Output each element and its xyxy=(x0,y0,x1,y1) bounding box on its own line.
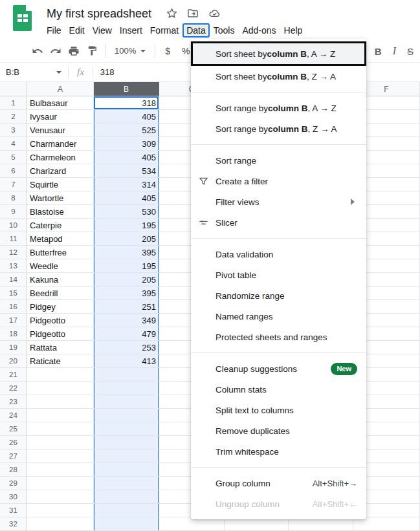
cell-A29[interactable] xyxy=(27,477,94,490)
row-header-19[interactable]: 19 xyxy=(0,341,27,354)
row-header-21[interactable]: 21 xyxy=(0,368,27,382)
cell-A3[interactable]: Venusaur xyxy=(27,124,94,137)
row-header-23[interactable]: 23 xyxy=(0,395,27,409)
cell-B11[interactable]: 205 xyxy=(94,232,159,246)
menubar-item-format[interactable]: Format xyxy=(146,23,182,38)
row-header-11[interactable]: 11 xyxy=(0,232,27,246)
cell-B25[interactable] xyxy=(94,422,159,436)
cell-A5[interactable]: Charmeleon xyxy=(27,151,94,164)
menubar-item-add-ons[interactable]: Add-ons xyxy=(238,23,280,38)
cell-A6[interactable]: Charizard xyxy=(27,164,94,178)
name-box-caret-icon[interactable] xyxy=(56,71,61,74)
cell-B22[interactable] xyxy=(94,382,159,395)
redo-button[interactable] xyxy=(47,43,65,60)
row-header-22[interactable]: 22 xyxy=(0,382,27,395)
row-header-2[interactable]: 2 xyxy=(0,110,27,124)
menu-item-filter-views[interactable]: Filter views xyxy=(191,191,366,212)
cell-B3[interactable]: 525 xyxy=(94,124,159,137)
menubar-item-insert[interactable]: Insert xyxy=(116,23,146,38)
row-header-14[interactable]: 14 xyxy=(0,273,27,287)
row-header-12[interactable]: 12 xyxy=(0,246,27,259)
cell-B6[interactable]: 534 xyxy=(94,164,159,178)
cell-B17[interactable]: 349 xyxy=(94,314,159,327)
row-header-10[interactable]: 10 xyxy=(0,219,27,232)
cell-A10[interactable]: Caterpie xyxy=(27,219,94,232)
menubar-item-data[interactable]: Data xyxy=(182,23,210,38)
cloud-check-icon[interactable] xyxy=(208,7,221,19)
menu-item-protected-sheets-and-ranges[interactable]: Protected sheets and ranges xyxy=(191,327,366,347)
cell-B26[interactable] xyxy=(94,436,159,450)
cell-B31[interactable] xyxy=(94,504,159,517)
row-header-4[interactable]: 4 xyxy=(0,137,27,151)
menu-item-column-stats[interactable]: Column stats xyxy=(191,379,366,400)
cell-B32[interactable] xyxy=(94,517,159,531)
menu-item-slicer[interactable]: Slicer xyxy=(191,212,366,233)
cell-A2[interactable]: Ivysaur xyxy=(27,110,94,124)
cell-A32[interactable] xyxy=(27,517,94,531)
menu-item-data-validation[interactable]: Data validation xyxy=(191,244,366,265)
cell-A8[interactable]: Wartortle xyxy=(27,191,94,205)
cell-A11[interactable]: Metapod xyxy=(27,232,94,246)
cell-B19[interactable]: 253 xyxy=(94,341,159,354)
cell-A14[interactable]: Kakuna xyxy=(27,273,94,287)
cell-B16[interactable]: 251 xyxy=(94,300,159,314)
cell-F32[interactable] xyxy=(353,517,420,531)
menu-item-randomize-range[interactable]: Randomize range xyxy=(191,285,366,306)
cell-B24[interactable] xyxy=(94,409,159,422)
row-header-17[interactable]: 17 xyxy=(0,314,27,327)
name-box[interactable]: B:B xyxy=(0,67,56,77)
cell-A20[interactable]: Raticate xyxy=(27,354,94,368)
menu-item-sort-range-by-column-b-z-a[interactable]: Sort range by column B, Z → A xyxy=(191,118,366,139)
column-header-B[interactable]: B xyxy=(94,82,159,96)
cell-A1[interactable]: Bulbasaur xyxy=(27,96,94,110)
menu-item-sort-range[interactable]: Sort range xyxy=(191,150,366,171)
print-button[interactable] xyxy=(65,43,83,60)
row-header-15[interactable]: 15 xyxy=(0,287,27,300)
cell-A22[interactable] xyxy=(27,382,94,395)
cell-B12[interactable]: 395 xyxy=(94,246,159,259)
cell-A15[interactable]: Beedrill xyxy=(27,287,94,300)
cell-B15[interactable]: 395 xyxy=(94,287,159,300)
row-header-16[interactable]: 16 xyxy=(0,300,27,314)
move-to-folder-icon[interactable] xyxy=(186,7,199,19)
menu-item-cleanup-suggestions[interactable]: Cleanup suggestionsNew xyxy=(191,358,366,379)
cell-A17[interactable]: Pidgeotto xyxy=(27,314,94,327)
row-header-6[interactable]: 6 xyxy=(0,164,27,178)
cell-B9[interactable]: 530 xyxy=(94,205,159,219)
row-header-26[interactable]: 26 xyxy=(0,436,27,450)
cell-A27[interactable] xyxy=(27,450,94,463)
cell-B13[interactable]: 195 xyxy=(94,259,159,273)
cell-B10[interactable]: 195 xyxy=(94,219,159,232)
sheets-logo-icon[interactable] xyxy=(13,5,32,31)
row-header-18[interactable]: 18 xyxy=(0,327,27,341)
row-header-24[interactable]: 24 xyxy=(0,409,27,422)
row-header-1[interactable]: 1 xyxy=(0,96,27,110)
row-header-28[interactable]: 28 xyxy=(0,463,27,477)
row-header-20[interactable]: 20 xyxy=(0,354,27,368)
row-header-32[interactable]: 32 xyxy=(0,517,27,531)
cell-A7[interactable]: Squirtle xyxy=(27,178,94,191)
cell-B18[interactable]: 479 xyxy=(94,327,159,341)
row-header-29[interactable]: 29 xyxy=(0,477,27,490)
menu-item-sort-sheet-by-column-b-a-z[interactable]: Sort sheet by column B, A → Z xyxy=(191,41,366,66)
menu-item-pivot-table[interactable]: Pivot table xyxy=(191,265,366,285)
menu-item-sort-range-by-column-b-a-z[interactable]: Sort range by column B, A → Z xyxy=(191,98,366,118)
menubar-item-view[interactable]: View xyxy=(89,23,116,38)
row-header-13[interactable]: 13 xyxy=(0,259,27,273)
cell-A21[interactable] xyxy=(27,368,94,382)
cell-B1[interactable]: 318 xyxy=(94,96,159,110)
menubar-item-edit[interactable]: Edit xyxy=(65,23,89,38)
cell-A16[interactable]: Pidgey xyxy=(27,300,94,314)
row-header-8[interactable]: 8 xyxy=(0,191,27,205)
row-header-7[interactable]: 7 xyxy=(0,178,27,191)
star-icon[interactable] xyxy=(166,7,178,19)
undo-button[interactable] xyxy=(28,43,47,60)
menu-item-named-ranges[interactable]: Named ranges xyxy=(191,306,366,327)
cell-B30[interactable] xyxy=(94,490,159,504)
row-header-25[interactable]: 25 xyxy=(0,422,27,436)
cell-B27[interactable] xyxy=(94,450,159,463)
cell-B21[interactable] xyxy=(94,368,159,382)
cell-A25[interactable] xyxy=(27,422,94,436)
menu-item-sort-sheet-by-column-b-z-a[interactable]: Sort sheet by column B, Z → A xyxy=(191,66,366,87)
strikethrough-button[interactable]: S xyxy=(407,46,414,57)
